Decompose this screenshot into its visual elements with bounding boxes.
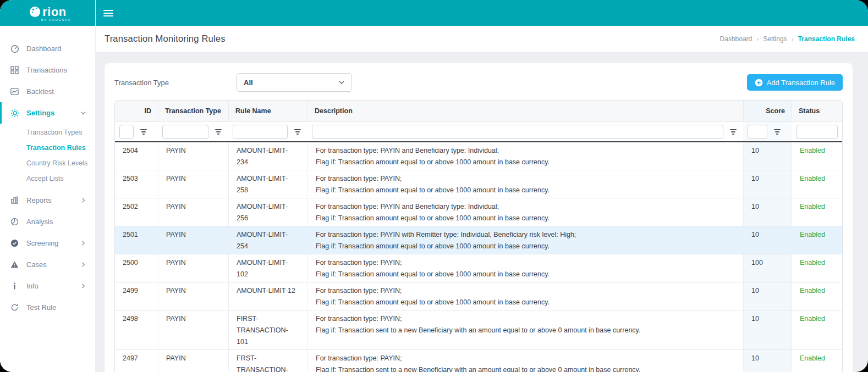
table-row[interactable]: 2503 PAYIN AMOUNT-LIMIT-258 For transact… bbox=[115, 170, 842, 198]
sidebar-item-backtest[interactable]: Backtest bbox=[0, 81, 95, 102]
add-transaction-rule-button[interactable]: Add Transaction Rule bbox=[747, 74, 843, 91]
sidebar-item-test-rule[interactable]: Test Rule bbox=[0, 297, 95, 318]
filter-icon[interactable] bbox=[213, 127, 224, 137]
chevron-right-icon bbox=[80, 197, 86, 203]
cell-transaction-type: PAYIN bbox=[158, 142, 228, 170]
sidebar-subitem-transaction-types[interactable]: Transaction Types bbox=[0, 125, 95, 140]
sidebar-subitem-country-risk-levels[interactable]: Country Risk Levels bbox=[0, 156, 95, 171]
filter-icon[interactable] bbox=[292, 127, 303, 137]
table-row[interactable]: 2497 PAYIN FRST-TRANSACTION-101 For tran… bbox=[115, 350, 842, 372]
description-line-2: Flag if: Transaction amount equal to or … bbox=[316, 213, 737, 224]
cell-rule-name: AMOUNT-LIMIT-234 bbox=[228, 142, 307, 170]
cell-score: 10 bbox=[743, 282, 792, 310]
sidebar-item-analysis[interactable]: Analysis bbox=[0, 211, 95, 232]
bar-chart-icon bbox=[10, 196, 19, 205]
content-area: Transaction Type All Add Transaction Rul… bbox=[96, 52, 868, 372]
sidebar-item-settings[interactable]: Settings bbox=[0, 102, 95, 124]
filter-cell-rule bbox=[228, 122, 307, 141]
filter-icon[interactable] bbox=[772, 127, 783, 137]
description-line-2: Flag if: Transaction sent to a new Benef… bbox=[316, 325, 737, 336]
table-header: ID Transaction Type Rule Name Descriptio… bbox=[115, 101, 842, 121]
cell-id: 2499 bbox=[115, 282, 158, 310]
transaction-type-label: Transaction Type bbox=[114, 79, 237, 87]
filter-cell-id bbox=[115, 122, 158, 141]
warning-triangle-icon bbox=[10, 260, 19, 269]
table-row[interactable]: 2504 PAYIN AMOUNT-LIMIT-234 For transact… bbox=[115, 142, 842, 170]
filter-icon[interactable] bbox=[138, 127, 149, 137]
sidebar: rion by CODENAX Dashboard Transactions bbox=[0, 0, 96, 372]
sidebar-item-reports[interactable]: Reports bbox=[0, 190, 95, 211]
chevron-right-icon bbox=[80, 283, 86, 289]
add-button-label: Add Transaction Rule bbox=[767, 79, 835, 87]
column-header-transaction-type[interactable]: Transaction Type bbox=[158, 101, 228, 121]
sidebar-item-cases[interactable]: Cases bbox=[0, 254, 95, 275]
sidebar-item-label: Cases bbox=[26, 260, 47, 269]
rule-name-filter-input[interactable] bbox=[233, 125, 288, 139]
filter-cell-status bbox=[792, 122, 842, 141]
check-circle-icon bbox=[10, 238, 19, 248]
main-area: Transaction Monitoring Rules Dashboard ›… bbox=[96, 0, 868, 372]
cell-status: Enabled bbox=[792, 350, 842, 372]
cell-score: 10 bbox=[743, 170, 792, 198]
table-row[interactable]: 2499 PAYIN AMOUNT-LIMIT-12 For transacti… bbox=[115, 282, 842, 310]
score-filter-input[interactable] bbox=[748, 125, 767, 139]
description-line-1: For transaction type: PAYIN and Benefici… bbox=[316, 145, 737, 157]
cell-transaction-type: PAYIN bbox=[158, 254, 228, 282]
sidebar-subitem-accept-lists[interactable]: Accept Lists bbox=[0, 171, 95, 186]
sidebar-item-label: Analysis bbox=[26, 218, 53, 226]
table-row[interactable]: 2500 PAYIN AMOUNT-LIMIT-102 For transact… bbox=[115, 254, 842, 282]
refresh-icon bbox=[10, 303, 19, 312]
plus-circle-icon bbox=[755, 79, 763, 87]
transaction-type-filter-input[interactable] bbox=[162, 125, 208, 139]
chevron-down-icon bbox=[338, 79, 345, 86]
orion-logo-icon bbox=[29, 5, 41, 18]
cell-id: 2501 bbox=[115, 226, 158, 254]
sidebar-item-dashboard[interactable]: Dashboard bbox=[0, 38, 95, 59]
app-window: rion by CODENAX Dashboard Transactions bbox=[0, 0, 868, 372]
sidebar-item-label: Backtest bbox=[26, 87, 54, 96]
cell-description: For transaction type: PAYIN; Flag if: Tr… bbox=[307, 310, 743, 349]
filter-icon[interactable] bbox=[728, 127, 739, 137]
sidebar-nav: Dashboard Transactions Backtest Settings bbox=[0, 26, 95, 318]
status-filter-input[interactable] bbox=[796, 125, 838, 139]
breadcrumb-dashboard[interactable]: Dashboard bbox=[720, 35, 752, 43]
cell-rule-name: AMOUNT-LIMIT-258 bbox=[228, 170, 307, 198]
breadcrumb-settings[interactable]: Settings bbox=[763, 35, 787, 43]
table-row[interactable]: 2501 PAYIN AMOUNT-LIMIT-254 For transact… bbox=[115, 226, 842, 254]
cell-status: Enabled bbox=[792, 226, 842, 254]
sidebar-item-screening[interactable]: Screening bbox=[0, 232, 95, 254]
sidebar-item-transactions[interactable]: Transactions bbox=[0, 59, 95, 81]
table-body: 2504 PAYIN AMOUNT-LIMIT-234 For transact… bbox=[115, 142, 842, 372]
table-row[interactable]: 2502 PAYIN AMOUNT-LIMIT-256 For transact… bbox=[115, 198, 842, 226]
hamburger-menu-icon[interactable] bbox=[103, 8, 114, 18]
column-header-id[interactable]: ID bbox=[115, 101, 158, 121]
cell-description: For transaction type: PAYIN; Flag if: Tr… bbox=[307, 170, 743, 198]
pie-chart-icon bbox=[10, 217, 19, 226]
rules-card: Transaction Type All Add Transaction Rul… bbox=[105, 63, 853, 372]
breadcrumb-separator: › bbox=[792, 35, 794, 43]
cell-id: 2497 bbox=[115, 350, 158, 372]
breadcrumb: Dashboard › Settings › Transaction Rules bbox=[720, 35, 855, 43]
sidebar-item-label: Settings bbox=[26, 109, 54, 117]
description-line-1: For transaction type: PAYIN; bbox=[316, 313, 737, 325]
topbar bbox=[96, 0, 868, 26]
description-line-2: Flag if: Transaction amount equal to or … bbox=[316, 157, 737, 168]
description-line-1: For transaction type: PAYIN; bbox=[316, 353, 737, 364]
column-header-description[interactable]: Description bbox=[307, 101, 743, 121]
table-row[interactable]: 2498 PAYIN FIRST-TRANSACTION-101 For tra… bbox=[115, 310, 842, 350]
sidebar-item-label: Info bbox=[26, 282, 39, 290]
cell-id: 2500 bbox=[115, 254, 158, 282]
cell-status: Enabled bbox=[792, 254, 842, 282]
column-header-rule-name[interactable]: Rule Name bbox=[228, 101, 307, 121]
description-filter-input[interactable] bbox=[312, 125, 723, 139]
transaction-type-select[interactable]: All bbox=[237, 73, 352, 92]
cell-transaction-type: PAYIN bbox=[158, 170, 228, 198]
sidebar-subitem-transaction-rules[interactable]: Transaction Rules bbox=[0, 140, 95, 156]
id-filter-input[interactable] bbox=[119, 125, 134, 139]
column-header-score[interactable]: Score bbox=[743, 101, 792, 121]
breadcrumb-separator: › bbox=[756, 35, 759, 43]
sidebar-item-info[interactable]: Info bbox=[0, 275, 95, 297]
column-header-status[interactable]: Status bbox=[792, 101, 842, 121]
sidebar-item-label: Test Rule bbox=[26, 303, 56, 312]
info-icon bbox=[10, 281, 19, 291]
